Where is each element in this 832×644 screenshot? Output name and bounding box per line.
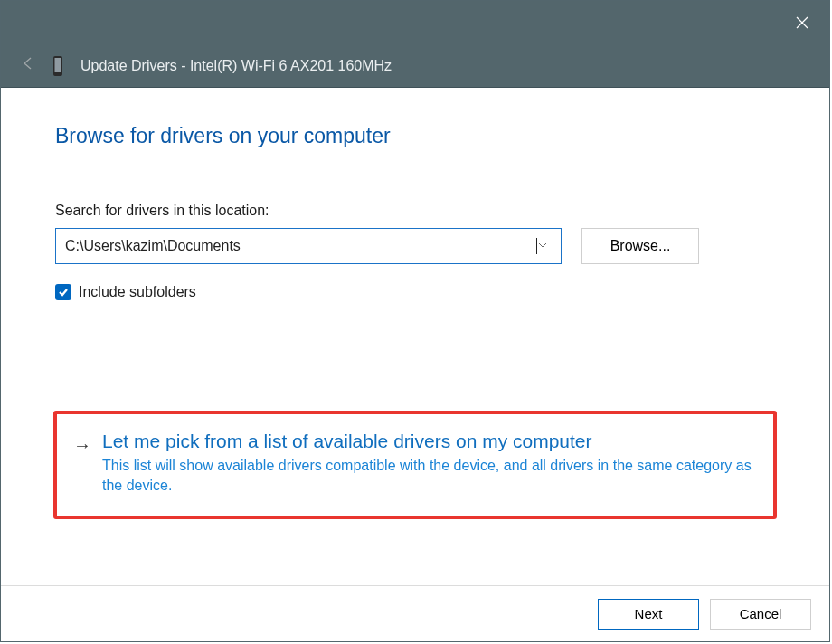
device-icon bbox=[52, 56, 64, 76]
path-row: C:\Users\kazim\Documents Browse... bbox=[55, 228, 786, 264]
arrow-right-icon: → bbox=[73, 431, 91, 458]
browse-button[interactable]: Browse... bbox=[581, 228, 699, 264]
cancel-button-label: Cancel bbox=[740, 606, 782, 621]
titlebar bbox=[1, 1, 829, 44]
page-heading: Browse for drivers on your computer bbox=[55, 124, 786, 148]
subheader: Update Drivers - Intel(R) Wi-Fi 6 AX201 … bbox=[1, 44, 829, 88]
back-icon[interactable] bbox=[21, 56, 35, 75]
next-button-label: Next bbox=[635, 606, 663, 621]
close-icon bbox=[796, 16, 808, 29]
browse-button-label: Browse... bbox=[610, 238, 671, 254]
option-description: This list will show available drivers co… bbox=[102, 456, 757, 496]
option-title: Let me pick from a list of available dri… bbox=[102, 431, 757, 452]
update-drivers-window: Update Drivers - Intel(R) Wi-Fi 6 AX201 … bbox=[0, 0, 830, 642]
include-subfolders-label: Include subfolders bbox=[79, 284, 196, 300]
window-title: Update Drivers - Intel(R) Wi-Fi 6 AX201 … bbox=[80, 58, 392, 74]
cancel-button[interactable]: Cancel bbox=[710, 599, 811, 630]
include-subfolders-checkbox[interactable] bbox=[55, 284, 71, 300]
include-subfolders-row[interactable]: Include subfolders bbox=[55, 284, 786, 300]
check-icon bbox=[58, 287, 69, 298]
next-button[interactable]: Next bbox=[598, 599, 699, 630]
footer: Next Cancel bbox=[1, 585, 829, 641]
content-area: Browse for drivers on your computer Sear… bbox=[1, 88, 829, 585]
chevron-down-icon[interactable] bbox=[537, 240, 552, 252]
pick-from-list-option[interactable]: → Let me pick from a list of available d… bbox=[53, 411, 777, 519]
svg-rect-3 bbox=[55, 58, 61, 72]
path-value: C:\Users\kazim\Documents bbox=[65, 238, 535, 254]
search-location-label: Search for drivers in this location: bbox=[55, 203, 786, 219]
path-combobox[interactable]: C:\Users\kazim\Documents bbox=[55, 228, 562, 264]
close-button[interactable] bbox=[781, 5, 822, 41]
